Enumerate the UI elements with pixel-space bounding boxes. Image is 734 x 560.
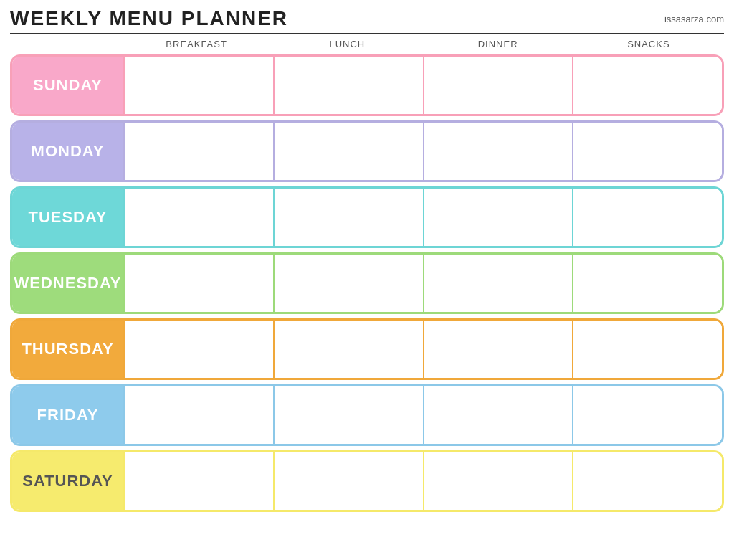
thursday-lunch[interactable] <box>273 321 423 378</box>
saturday-dinner[interactable] <box>423 452 573 510</box>
friday-breakfast[interactable] <box>123 386 273 444</box>
label-sunday: Sunday <box>12 57 123 114</box>
sunday-breakfast[interactable] <box>123 57 273 114</box>
label-wednesday: Wednesday <box>12 255 123 312</box>
thursday-dinner[interactable] <box>423 321 573 378</box>
row-sunday: Sunday <box>10 54 724 116</box>
row-tuesday: Tuesday <box>10 186 724 248</box>
tuesday-breakfast[interactable] <box>123 189 273 246</box>
saturday-breakfast[interactable] <box>123 452 273 510</box>
page-title: Weekly Menu Planner <box>10 7 288 30</box>
tuesday-lunch[interactable] <box>273 189 423 246</box>
col-header-dinner: Dinner <box>423 37 573 51</box>
row-saturday: Saturday <box>10 450 724 512</box>
row-thursday: Thursday <box>10 318 724 380</box>
row-friday: Friday <box>10 384 724 446</box>
website-label: issasarza.com <box>664 14 724 24</box>
wednesday-snacks[interactable] <box>572 255 722 312</box>
monday-dinner[interactable] <box>423 123 573 180</box>
sunday-lunch[interactable] <box>273 57 423 114</box>
sunday-dinner[interactable] <box>423 57 573 114</box>
monday-snacks[interactable] <box>572 123 722 180</box>
column-headers: Breakfast Lunch Dinner Snacks <box>10 37 724 51</box>
saturday-snacks[interactable] <box>572 452 722 510</box>
page-header: Weekly Menu Planner issasarza.com <box>10 7 724 34</box>
col-header-day <box>10 37 121 51</box>
col-header-breakfast: Breakfast <box>121 37 272 51</box>
days-container: Sunday Monday Tuesday Wednesday Thursday… <box>10 54 724 512</box>
monday-breakfast[interactable] <box>123 123 273 180</box>
tuesday-dinner[interactable] <box>423 189 573 246</box>
wednesday-lunch[interactable] <box>273 255 423 312</box>
thursday-breakfast[interactable] <box>123 321 273 378</box>
tuesday-snacks[interactable] <box>572 189 722 246</box>
thursday-snacks[interactable] <box>572 321 722 378</box>
row-monday: Monday <box>10 120 724 182</box>
col-header-snacks: Snacks <box>573 37 724 51</box>
sunday-snacks[interactable] <box>572 57 722 114</box>
friday-dinner[interactable] <box>423 386 573 444</box>
wednesday-breakfast[interactable] <box>123 255 273 312</box>
friday-lunch[interactable] <box>273 386 423 444</box>
monday-lunch[interactable] <box>273 123 423 180</box>
row-wednesday: Wednesday <box>10 252 724 314</box>
wednesday-dinner[interactable] <box>423 255 573 312</box>
label-monday: Monday <box>12 123 123 180</box>
saturday-lunch[interactable] <box>273 452 423 510</box>
friday-snacks[interactable] <box>572 386 722 444</box>
label-tuesday: Tuesday <box>12 189 123 246</box>
col-header-lunch: Lunch <box>272 37 422 51</box>
label-friday: Friday <box>12 386 123 444</box>
label-thursday: Thursday <box>12 321 123 378</box>
label-saturday: Saturday <box>12 452 123 510</box>
